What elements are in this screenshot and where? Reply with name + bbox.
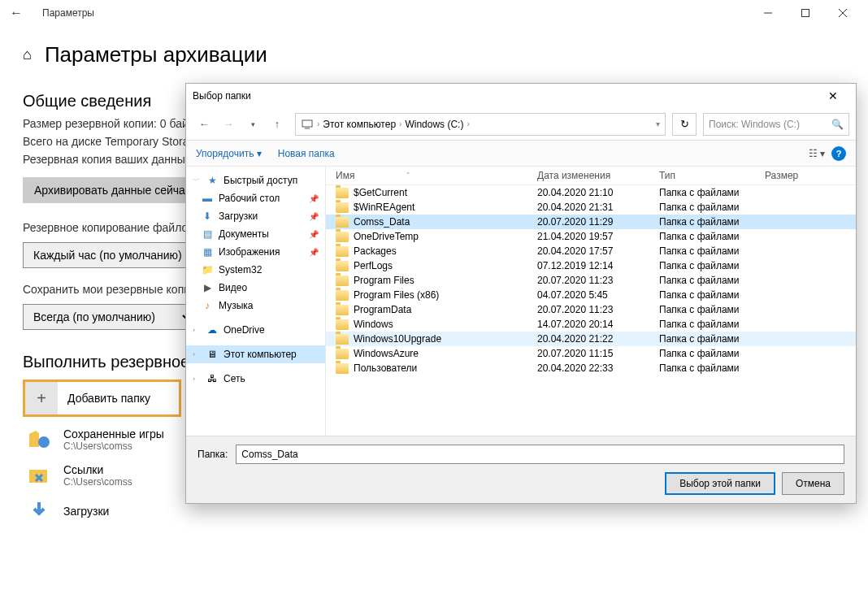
file-row[interactable]: Windows14.07.2020 20:14Папка с файлами <box>326 317 856 332</box>
schedule-select[interactable]: Каждый час (по умолчанию) <box>23 242 202 268</box>
page-title: Параметры архивации <box>45 42 267 67</box>
nav-recent-button[interactable]: ▾ <box>241 113 264 136</box>
plus-icon: + <box>25 382 58 414</box>
file-row[interactable]: Пользователи20.04.2020 22:33Папка с файл… <box>326 361 856 375</box>
folder-icon <box>336 275 349 286</box>
dialog-close-button[interactable]: ✕ <box>817 89 849 102</box>
folder-icon <box>336 363 349 374</box>
nav-item[interactable]: ⬇Загрузки📌 <box>186 207 325 225</box>
backup-now-button[interactable]: Архивировать данные сейчас <box>23 177 202 203</box>
folder-icon <box>336 246 349 257</box>
column-type[interactable]: Тип <box>659 170 765 181</box>
minimize-button[interactable] <box>749 0 787 26</box>
help-button[interactable]: ? <box>831 146 846 161</box>
pin-icon: 📌 <box>309 230 319 239</box>
folder-icon <box>336 217 349 228</box>
folder-icon <box>336 290 349 301</box>
nav-onedrive[interactable]: › ☁ OneDrive <box>186 321 325 339</box>
nav-this-pc[interactable]: › 🖥 Этот компьютер <box>186 345 325 363</box>
cloud-icon: ☁ <box>206 323 219 336</box>
select-folder-button[interactable]: Выбор этой папки <box>665 472 775 495</box>
downloads-icon: ⬇ <box>201 210 214 223</box>
pc-icon: 🖥 <box>206 348 219 361</box>
nav-up-button[interactable]: ↑ <box>266 113 289 136</box>
window-title: Параметры <box>42 7 94 19</box>
folder-icon <box>336 305 349 315</box>
folder-icon <box>336 349 349 359</box>
column-name[interactable]: Имя˄ <box>332 170 537 181</box>
folder-picker-dialog: Выбор папки ✕ ← → ▾ ↑ › Этот компьютер ›… <box>185 83 857 504</box>
svg-point-4 <box>38 436 50 448</box>
nav-item[interactable]: ♪Музыка <box>186 297 325 315</box>
nav-item[interactable]: ▬Рабочий стол📌 <box>186 189 325 207</box>
folder-icon <box>336 232 349 242</box>
network-icon: 🖧 <box>206 372 219 385</box>
cancel-button[interactable]: Отмена <box>782 472 844 495</box>
nav-item[interactable]: ▦Изображения📌 <box>186 243 325 261</box>
retain-select[interactable]: Всегда (по умолчанию) <box>23 304 193 330</box>
file-row[interactable]: OneDriveTemp21.04.2020 19:57Папка с файл… <box>326 229 856 244</box>
view-button[interactable]: ☷ ▾ <box>809 148 825 159</box>
documents-icon: ▤ <box>201 228 214 241</box>
downloads-icon <box>26 498 54 524</box>
folder-icon <box>336 188 349 198</box>
file-row[interactable]: PerfLogs07.12.2019 12:14Папка с файлами <box>326 258 856 273</box>
file-row[interactable]: Program Files (x86)04.07.2020 5:45Папка … <box>326 288 856 302</box>
folder-icon <box>336 334 349 345</box>
pin-icon: 📌 <box>309 194 319 203</box>
file-row[interactable]: Comss_Data20.07.2020 11:29Папка с файлам… <box>326 215 856 229</box>
column-size[interactable]: Размер <box>765 170 822 181</box>
search-input[interactable]: Поиск: Windows (C:) 🔍 <box>703 113 849 136</box>
close-button[interactable] <box>824 0 861 26</box>
video-icon: ▶ <box>201 281 214 294</box>
svg-rect-6 <box>302 120 312 127</box>
saved-games-icon <box>26 427 54 453</box>
nav-item[interactable]: 📁System32 <box>186 261 325 279</box>
add-folder-button[interactable]: + Добавить папку <box>23 380 181 417</box>
refresh-button[interactable]: ↻ <box>672 113 697 136</box>
file-row[interactable]: Windows10Upgrade20.04.2020 21:22Папка с … <box>326 332 856 346</box>
nav-quick-access[interactable]: ﹀ ★ Быстрый доступ <box>186 171 325 189</box>
navigation-pane: ﹀ ★ Быстрый доступ ▬Рабочий стол📌⬇Загруз… <box>186 167 326 436</box>
column-date[interactable]: Дата изменения <box>537 170 659 181</box>
folder-icon <box>336 319 349 330</box>
pin-icon: 📌 <box>309 248 319 257</box>
folder-icon <box>336 261 349 271</box>
back-button[interactable]: ← <box>7 6 26 20</box>
nav-forward-button[interactable]: → <box>217 113 240 136</box>
folder-icon: 📁 <box>201 263 214 276</box>
desktop-icon: ▬ <box>201 192 214 205</box>
folder-field[interactable] <box>236 445 844 464</box>
music-icon: ♪ <box>201 299 214 312</box>
file-row[interactable]: $GetCurrent20.04.2020 21:10Папка с файла… <box>326 185 856 200</box>
nav-network[interactable]: › 🖧 Сеть <box>186 370 325 388</box>
home-icon[interactable]: ⌂ <box>23 46 32 63</box>
star-icon: ★ <box>206 174 219 187</box>
svg-rect-1 <box>802 10 809 17</box>
file-row[interactable]: $WinREAgent20.04.2020 21:31Папка с файла… <box>326 200 856 215</box>
file-row[interactable]: Program Files20.07.2020 11:23Папка с фай… <box>326 273 856 288</box>
folder-field-label: Папка: <box>197 449 228 460</box>
nav-item[interactable]: ▤Документы📌 <box>186 225 325 243</box>
breadcrumb[interactable]: › Этот компьютер › Windows (C:) › ▾ <box>295 113 666 136</box>
file-row[interactable]: WindowsAzure20.07.2020 11:15Папка с файл… <box>326 346 856 361</box>
organize-button[interactable]: Упорядочить ▾ <box>196 148 262 159</box>
folder-icon <box>336 202 349 213</box>
links-icon <box>26 462 54 488</box>
pin-icon: 📌 <box>309 212 319 221</box>
dialog-title: Выбор папки <box>193 90 251 102</box>
pictures-icon: ▦ <box>201 245 214 258</box>
file-row[interactable]: ProgramData20.07.2020 11:23Папка с файла… <box>326 302 856 317</box>
nav-item[interactable]: ▶Видео <box>186 279 325 297</box>
nav-back-button[interactable]: ← <box>193 113 215 136</box>
maximize-button[interactable] <box>787 0 824 26</box>
file-row[interactable]: Packages20.04.2020 17:57Папка с файлами <box>326 244 856 258</box>
search-icon: 🔍 <box>831 119 844 130</box>
new-folder-button[interactable]: Новая папка <box>278 148 335 159</box>
pc-icon <box>301 118 314 131</box>
